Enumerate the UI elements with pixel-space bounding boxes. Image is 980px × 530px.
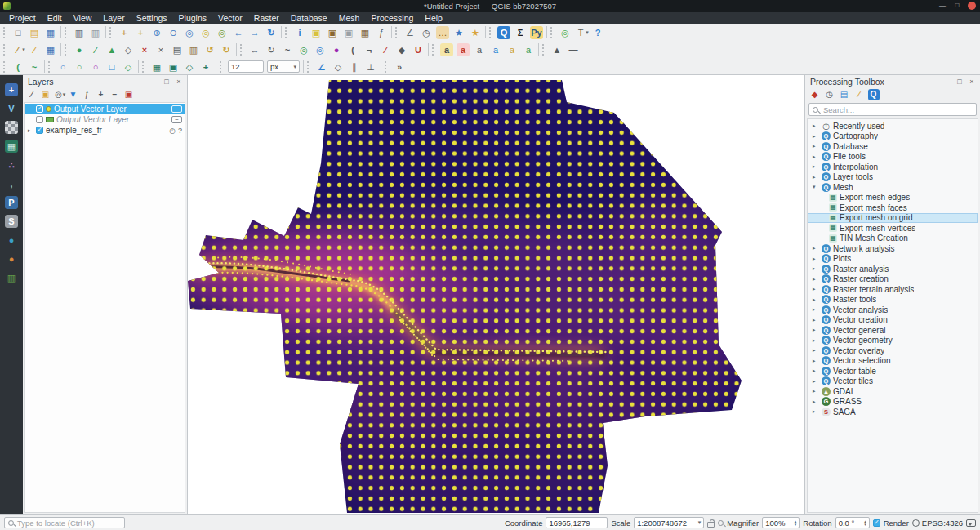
- add-wms-layer-icon[interactable]: ●: [3, 232, 20, 247]
- expand-arrow-icon[interactable]: ▸: [813, 358, 819, 364]
- float-panel-icon[interactable]: □: [956, 78, 964, 86]
- perpendicular-constraint-icon[interactable]: ⊥: [363, 59, 379, 74]
- toolbox-group-vector-general[interactable]: ▸QVector general: [808, 325, 978, 336]
- toolbar-handle[interactable]: [385, 61, 389, 73]
- select-features-icon[interactable]: ▣: [308, 24, 324, 40]
- toolbox-group-raster-terrain-analysis[interactable]: ▸QRaster terrain analysis: [808, 284, 978, 295]
- paste-features-icon[interactable]: ▥: [185, 42, 202, 57]
- reshape-features-icon[interactable]: ¬: [361, 42, 377, 57]
- mesh-digitizing-icon[interactable]: ▦: [149, 59, 165, 74]
- toolbox-algorithm-export-mesh-edges[interactable]: ▦Export mesh edges: [808, 193, 978, 203]
- menu-mesh[interactable]: Mesh: [333, 12, 366, 24]
- text-annotation-icon-dropdown[interactable]: ▾: [586, 29, 589, 36]
- menu-edit[interactable]: Edit: [42, 12, 68, 24]
- merge-features-icon[interactable]: ◆: [394, 42, 410, 57]
- toolbar-handle[interactable]: [550, 27, 555, 38]
- move-mesh-vertex-icon[interactable]: ◇: [181, 59, 198, 74]
- layer-item-output-vector-layer[interactable]: Output Vector Layer−: [25, 114, 185, 125]
- layer-visibility-checkbox[interactable]: [36, 116, 43, 123]
- expand-all-icon[interactable]: +: [94, 88, 108, 100]
- redo-icon[interactable]: ↻: [218, 42, 234, 57]
- toolbox-group-gdal[interactable]: ▸▲GDAL: [808, 386, 978, 397]
- toolbox-group-vector-creation[interactable]: ▸QVector creation: [808, 315, 978, 326]
- python-console-icon[interactable]: Py: [528, 24, 545, 40]
- layer-labeling-icon[interactable]: a: [439, 42, 455, 57]
- crs-status-button[interactable]: EPSG:4326: [912, 519, 963, 528]
- toolbox-group-raster-tools[interactable]: ▸QRaster tools: [808, 295, 978, 305]
- lock-scale-icon[interactable]: [707, 522, 715, 528]
- toolbar-handle[interactable]: [307, 61, 311, 73]
- rotate-label-icon[interactable]: a: [504, 42, 520, 57]
- remove-layer-icon[interactable]: ▣: [122, 88, 136, 100]
- expand-arrow-icon[interactable]: ▸: [813, 327, 819, 333]
- toggle-editing-icon[interactable]: ∕: [26, 42, 42, 57]
- menu-plugins[interactable]: Plugins: [173, 12, 212, 24]
- toolbar-handle[interactable]: [542, 44, 546, 56]
- map-tips-icon[interactable]: …: [434, 24, 451, 40]
- minimize-icon[interactable]: —: [938, 2, 947, 10]
- filter-legend-icon[interactable]: ▼: [66, 88, 80, 100]
- menu-layer[interactable]: Layer: [97, 12, 130, 24]
- open-project-icon[interactable]: ▤: [26, 24, 42, 40]
- expand-arrow-icon[interactable]: ▸: [813, 122, 819, 129]
- maximize-icon[interactable]: □: [953, 2, 961, 10]
- menu-project[interactable]: Project: [3, 12, 42, 24]
- construction-mode-icon[interactable]: ◇: [330, 59, 346, 74]
- expand-arrow-icon[interactable]: ▸: [813, 265, 819, 272]
- map-canvas[interactable]: [188, 75, 804, 514]
- zoom-to-layer-icon[interactable]: ◎: [214, 24, 230, 40]
- fill-ring-icon[interactable]: ●: [328, 42, 345, 57]
- help-contents-icon[interactable]: ?: [590, 24, 606, 40]
- copy-features-icon[interactable]: ▤: [169, 42, 185, 57]
- ellipse-icon[interactable]: ○: [87, 59, 104, 74]
- toolbar-handle[interactable]: [109, 27, 114, 38]
- stream-digitizing-icon[interactable]: ~: [26, 59, 42, 74]
- manage-map-themes-icon-dropdown[interactable]: ▾: [63, 91, 66, 98]
- toolbox-group-raster-analysis[interactable]: ▸QRaster analysis: [808, 264, 978, 274]
- toolbar-handle[interactable]: [142, 61, 146, 73]
- field-calculator-icon[interactable]: ƒ: [373, 24, 390, 40]
- toolbox-search-input[interactable]: [822, 105, 973, 115]
- toolbar-handle[interactable]: [65, 44, 69, 56]
- plugin-search-icon[interactable]: ◎: [557, 24, 573, 40]
- layer-visibility-checkbox[interactable]: [36, 105, 43, 113]
- toolbox-group-plots[interactable]: ▸QPlots: [808, 254, 978, 265]
- cut-features-icon[interactable]: ×: [153, 42, 169, 57]
- digitize-line-icon[interactable]: ∕: [87, 42, 104, 57]
- models-icon[interactable]: ◆: [808, 89, 822, 101]
- toolbox-group-vector-selection[interactable]: ▸QVector selection: [808, 356, 978, 367]
- menu-view[interactable]: View: [68, 12, 98, 24]
- deselect-features-icon[interactable]: ▣: [341, 24, 357, 40]
- expand-arrow-icon[interactable]: ▸: [813, 286, 819, 292]
- toolbox-group-recently-used[interactable]: ▸◷Recently used: [808, 121, 978, 131]
- expand-arrow-icon[interactable]: ▸: [813, 367, 819, 374]
- new-print-layout-icon[interactable]: ▥: [71, 24, 87, 40]
- size-value-field[interactable]: 12: [228, 60, 264, 73]
- toolbox-group-saga[interactable]: ▸SSAGA: [808, 407, 978, 417]
- toolbar-handle[interactable]: [432, 44, 436, 56]
- pin-labels-icon[interactable]: a: [471, 42, 488, 57]
- add-delimited-text-icon[interactable]: ,: [3, 176, 20, 191]
- toolbox-group-vector-overlay[interactable]: ▸QVector overlay: [808, 345, 978, 356]
- zoom-full-icon[interactable]: ◎: [181, 24, 198, 40]
- refresh-map-icon[interactable]: ↻: [263, 24, 279, 40]
- temporal-controller-icon[interactable]: ◷: [418, 24, 434, 40]
- scale-bar-icon[interactable]: —: [565, 42, 581, 57]
- data-source-manager-icon[interactable]: +: [3, 82, 20, 97]
- close-panel-icon[interactable]: ×: [175, 78, 183, 86]
- expand-arrow-icon[interactable]: ▸: [813, 408, 819, 415]
- expand-arrow-icon[interactable]: ▸: [813, 306, 819, 313]
- toolbox-group-vector-tiles[interactable]: ▸QVector tiles: [808, 376, 978, 387]
- mesh-select-icon[interactable]: ▣: [165, 59, 181, 74]
- new-project-icon[interactable]: □: [10, 24, 26, 40]
- show-bookmarks-icon[interactable]: ★: [467, 24, 483, 40]
- menu-raster[interactable]: Raster: [248, 12, 285, 24]
- zoom-in-icon[interactable]: ⊕: [149, 24, 165, 40]
- statistics-panel-icon[interactable]: Σ: [512, 24, 528, 40]
- identify-features-icon[interactable]: i: [292, 24, 308, 40]
- render-checkbox[interactable]: [873, 519, 880, 527]
- menu-settings[interactable]: Settings: [131, 12, 173, 24]
- expand-arrow-icon[interactable]: ▸: [813, 296, 819, 303]
- add-spatialite-layer-icon[interactable]: S: [3, 213, 20, 229]
- options-icon[interactable]: Q: [866, 89, 880, 101]
